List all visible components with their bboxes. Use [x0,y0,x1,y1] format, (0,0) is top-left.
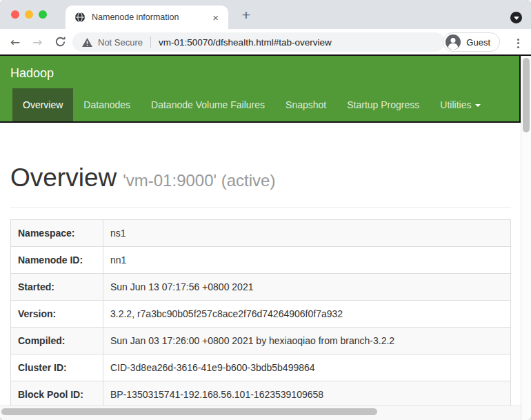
nav-item-snapshot[interactable]: Snapshot [275,88,337,121]
close-tab-icon[interactable]: × [210,11,221,24]
table-row: Namespace: ns1 [11,219,511,246]
address-separator [150,37,151,48]
horizontal-scrollbar-thumb[interactable] [1,408,377,415]
new-tab-button[interactable]: + [238,7,254,23]
nav-item-startup-progress[interactable]: Startup Progress [337,88,430,121]
zoom-window-button[interactable] [39,10,47,19]
table-row: Namenode ID: nn1 [11,246,511,273]
row-value: ns1 [103,219,511,246]
browser-toolbar: ← → Not Secure vm-01:5007 [0,29,531,54]
tab-title: Namenode information [92,12,210,22]
nav-item-overview[interactable]: Overview [12,88,73,121]
page-title: Overview'vm-01:9000' (active) [10,164,511,192]
page-viewport: Hadoop Overview Datanodes Datanode Volum… [0,56,521,420]
kebab-icon [517,39,519,41]
row-label: Namenode ID: [11,246,103,273]
hadoop-navbar: Hadoop Overview Datanodes Datanode Volum… [0,56,521,123]
forward-button[interactable]: → [28,29,46,54]
row-label: Block Pool ID: [11,381,103,408]
browser-tab[interactable]: Namenode information × [66,6,228,29]
close-window-button[interactable] [11,10,19,19]
tab-strip: Namenode information × + [0,0,531,29]
profile-label: Guest [466,37,490,48]
hadoop-brand[interactable]: Hadoop [10,66,54,81]
back-button[interactable]: ← [6,29,24,54]
page-subtitle: 'vm-01:9000' (active) [123,171,275,190]
row-label: Namespace: [11,219,103,246]
profile-button[interactable]: Guest [443,32,500,52]
row-value: Sun Jan 03 17:26:00 +0800 2021 by hexiao… [103,327,511,354]
reload-button[interactable] [51,29,69,54]
url-text[interactable]: vm-01:50070/dfshealth.html#tab-overview [159,37,332,48]
nav-item-utilities[interactable]: Utilities [430,88,491,121]
hadoop-nav-menu: Overview Datanodes Datanode Volume Failu… [0,88,491,121]
warning-icon [82,38,92,47]
nav-item-datanodes[interactable]: Datanodes [73,88,141,121]
row-value: Sun Jun 13 07:17:56 +0800 2021 [103,273,511,300]
address-bar[interactable]: Not Secure vm-01:50070/dfshealth.html#ta… [72,32,445,52]
table-row: Cluster ID: CID-3d8ea26d-3616-41e9-b600-… [11,354,511,381]
security-status-label[interactable]: Not Secure [98,37,143,48]
globe-icon [74,12,86,23]
reload-icon [54,36,66,48]
table-row: Block Pool ID: BP-1350315741-192.168.56.… [11,381,511,408]
vertical-scrollbar[interactable] [521,56,531,420]
row-label: Version: [11,300,103,327]
horizontal-scrollbar[interactable] [0,406,521,420]
divider [10,207,511,208]
tab-search-button[interactable] [510,12,522,23]
browser-window: Namenode information × + ← → [0,0,531,420]
chevron-down-icon [514,17,519,20]
row-value: CID-3d8ea26d-3616-41e9-b600-3bdb5b499864 [103,354,511,381]
caret-down-icon [475,104,481,107]
page-content: Hadoop Overview Datanodes Datanode Volum… [0,56,531,420]
row-label: Compiled: [11,327,103,354]
avatar-icon [445,34,461,50]
table-row: Compiled: Sun Jan 03 17:26:00 +0800 2021… [11,327,511,354]
row-value: 3.2.2, r7a3bc90b05f257c8ace2f76d74264906… [103,300,511,327]
row-value: nn1 [103,246,511,273]
vertical-scrollbar-thumb[interactable] [523,58,530,132]
row-label: Cluster ID: [11,354,103,381]
row-value: BP-1350315741-192.168.56.101-16235391096… [103,381,511,408]
minimize-window-button[interactable] [25,10,33,19]
nav-item-datanode-volume-failures[interactable]: Datanode Volume Failures [141,88,275,121]
table-row: Started: Sun Jun 13 07:17:56 +0800 2021 [11,273,511,300]
browser-menu-button[interactable] [516,35,521,51]
row-label: Started: [11,273,103,300]
overview-table: Namespace: ns1 Namenode ID: nn1 Started:… [10,219,511,408]
main-content: Overview'vm-01:9000' (active) Namespace:… [0,164,521,408]
table-row: Version: 3.2.2, r7a3bc90b05f257c8ace2f76… [11,300,511,327]
traffic-lights [11,10,47,19]
